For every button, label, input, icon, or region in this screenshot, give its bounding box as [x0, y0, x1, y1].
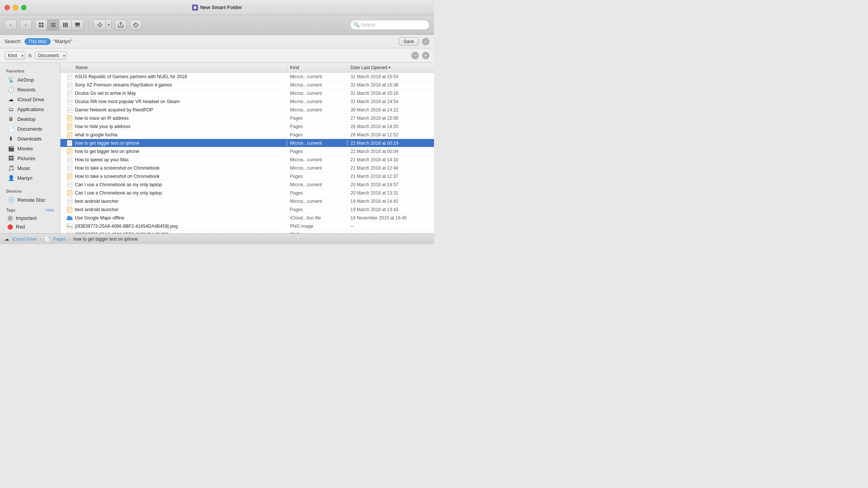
file-name: how to get bigger text on iphone	[60, 148, 287, 154]
breadcrumb-pages-icon: 📄	[44, 236, 50, 242]
icon-view-button[interactable]	[35, 20, 47, 30]
sidebar-label-icloud-drive: iCloud Drive	[17, 97, 44, 102]
sidebar-icon-desktop: 🖥	[8, 116, 14, 122]
svg-rect-79	[68, 191, 71, 193]
devices-label: Devices	[0, 186, 60, 195]
table-row[interactable]: how to get bigger text on iphone Pages 2…	[60, 147, 434, 156]
sidebar-item-music[interactable]: 🎵 Music	[2, 163, 59, 173]
sidebar-label-airdrop: AirDrop	[17, 77, 34, 83]
back-button[interactable]: ‹	[5, 20, 17, 30]
close-button[interactable]	[5, 5, 10, 10]
sidebar-item-martyn[interactable]: 👤 Martyn	[2, 173, 59, 183]
file-icon	[67, 82, 73, 88]
table-row[interactable]: how to hide your ip address Pages 26 Mar…	[60, 122, 434, 131]
search-remove-button[interactable]: −	[422, 38, 429, 45]
file-kind: Micros...cument	[287, 165, 347, 171]
gallery-view-button[interactable]	[71, 20, 84, 30]
file-date: 30 March 2018 at 14:22	[347, 107, 434, 113]
sidebar-tag-red[interactable]: Red	[2, 222, 59, 231]
file-icon	[67, 165, 73, 171]
table-row[interactable]: Use Google Maps offline iCloud...tion fi…	[60, 214, 434, 222]
breadcrumb-file: how to get bigger text on iphone	[73, 236, 138, 242]
sidebar-tag-important[interactable]: Important	[2, 214, 59, 222]
file-name: ASUS Republic of Gamers partners with NU…	[60, 74, 287, 80]
file-name: How to take a screenshot on Chromebook	[60, 165, 287, 171]
table-row[interactable]: Oculus Go set to arrive in May Micros...…	[60, 89, 434, 97]
column-view-button[interactable]	[59, 20, 71, 30]
tag-button[interactable]	[130, 20, 142, 30]
table-row[interactable]: how to get bigger text on iphone Micros.…	[60, 139, 434, 147]
share-button[interactable]	[115, 20, 127, 30]
svg-rect-87	[68, 207, 71, 209]
table-row[interactable]: Can I use a Chromebook as my only laptop…	[60, 189, 434, 197]
file-kind: Pages	[287, 149, 347, 154]
filter-remove-button[interactable]: −	[411, 52, 419, 59]
date-column-header[interactable]: Date Last Opened ▾	[347, 65, 434, 70]
minimize-button[interactable]	[13, 5, 18, 10]
file-kind: Pages	[287, 124, 347, 129]
sidebar-icon-music: 🎵	[8, 165, 14, 171]
sidebar-item-applications[interactable]: 🗂 Applications	[2, 104, 59, 114]
list-view-button[interactable]	[47, 20, 59, 30]
table-row[interactable]: How to take a screenshot on Chromebook P…	[60, 172, 434, 181]
search-bar[interactable]: 🔍 Search	[350, 20, 429, 30]
table-row[interactable]: Oculus Rift now most popular VR headset …	[60, 97, 434, 106]
filter-add-button[interactable]: +	[422, 52, 429, 59]
title-bar: New Smart Folder	[0, 0, 434, 15]
table-row[interactable]: Gamer Network acquired by ReedPOP Micros…	[60, 106, 434, 114]
table-row[interactable]: best android launcher Micros...cument 19…	[60, 197, 434, 205]
file-name: best android launcher	[60, 198, 287, 204]
action-dropdown-button[interactable]: ▾	[106, 20, 111, 30]
breadcrumb-cloud-icon: ☁	[5, 236, 9, 242]
file-kind: Micros...cument	[287, 141, 347, 146]
table-row[interactable]: Sony XZ Premium streams PlayStation 4 ga…	[60, 81, 434, 89]
sidebar-item-downloads[interactable]: ⬇ Downloads	[2, 134, 59, 144]
sidebar-item-airdrop[interactable]: 📡 AirDrop	[2, 75, 59, 85]
file-name: How to speed up your Mac	[60, 157, 287, 163]
table-row[interactable]: how to trace an IP address Pages 27 Marc…	[60, 114, 434, 122]
svg-rect-11	[75, 23, 80, 26]
forward-button[interactable]: ›	[20, 20, 32, 30]
file-kind: PNG image	[287, 224, 347, 229]
sidebar-label-documents: Documents	[17, 126, 42, 132]
svg-rect-14	[79, 26, 80, 27]
type-filter-select[interactable]: Document	[35, 51, 67, 60]
search-label: Search:	[5, 39, 22, 44]
file-date: 21 March 2018 at 12:40	[347, 165, 434, 171]
this-mac-pill[interactable]: This Mac	[25, 38, 51, 45]
breadcrumb-pages[interactable]: Pages	[53, 236, 66, 242]
sidebar-item-pictures[interactable]: 🖼 Pictures	[2, 153, 59, 163]
svg-rect-12	[75, 26, 76, 27]
sidebar-item-documents[interactable]: 📄 Documents	[2, 124, 59, 134]
sidebar-item-icloud-drive[interactable]: ☁ iCloud Drive	[2, 94, 59, 104]
action-button[interactable]	[94, 20, 106, 30]
kind-filter-select[interactable]: Kind	[5, 51, 25, 60]
name-column-header[interactable]: Name	[60, 65, 287, 70]
maximize-button[interactable]	[21, 5, 26, 10]
breadcrumb-icloud[interactable]: iCloud Drive	[12, 236, 37, 242]
file-date: 26 March 2018 at 14:20	[347, 124, 434, 129]
table-row[interactable]: How to take a screenshot on Chromebook M…	[60, 164, 434, 172]
file-icon	[67, 198, 73, 204]
sidebar-device-remote-disc[interactable]: 💿 Remote Disc	[2, 195, 59, 205]
tag-dot-important	[8, 216, 13, 221]
sidebar-label-downloads: Downloads	[17, 136, 42, 142]
save-button[interactable]: Save	[399, 37, 419, 46]
table-row[interactable]: ASUS Republic of Gamers partners with NU…	[60, 73, 434, 81]
table-row[interactable]: {0DB39773-25A8-4066-8BF2-41654DA4B459}.p…	[60, 222, 434, 230]
table-row[interactable]: what is google fuchia Pages 26 March 201…	[60, 131, 434, 139]
tags-hide-button[interactable]: Hide	[45, 208, 54, 212]
table-row[interactable]: best android launcher Pages 19 March 201…	[60, 205, 434, 214]
sidebar-item-desktop[interactable]: 🖥 Desktop	[2, 114, 59, 124]
kind-column-header[interactable]: Kind	[287, 65, 347, 70]
search-path-bar: Search: This Mac "Martyn" Save −	[0, 35, 434, 48]
file-name: How to take a screenshot on Chromebook	[60, 173, 287, 179]
table-row[interactable]: Can I use a Chromebook as my only laptop…	[60, 181, 434, 189]
sidebar-item-movies[interactable]: 🎬 Movies	[2, 144, 59, 153]
sidebar-item-recents[interactable]: 🕐 Recents	[2, 85, 59, 94]
table-row[interactable]: {0DB39773-25A8-4066-8BF2-41654DA4B459}.p…	[60, 230, 434, 233]
table-row[interactable]: How to speed up your Mac Micros...cument…	[60, 156, 434, 164]
sidebar-icon-documents: 📄	[8, 125, 14, 132]
sidebar-icon-applications: 🗂	[8, 106, 14, 113]
tag-label-red: Red	[16, 224, 25, 230]
